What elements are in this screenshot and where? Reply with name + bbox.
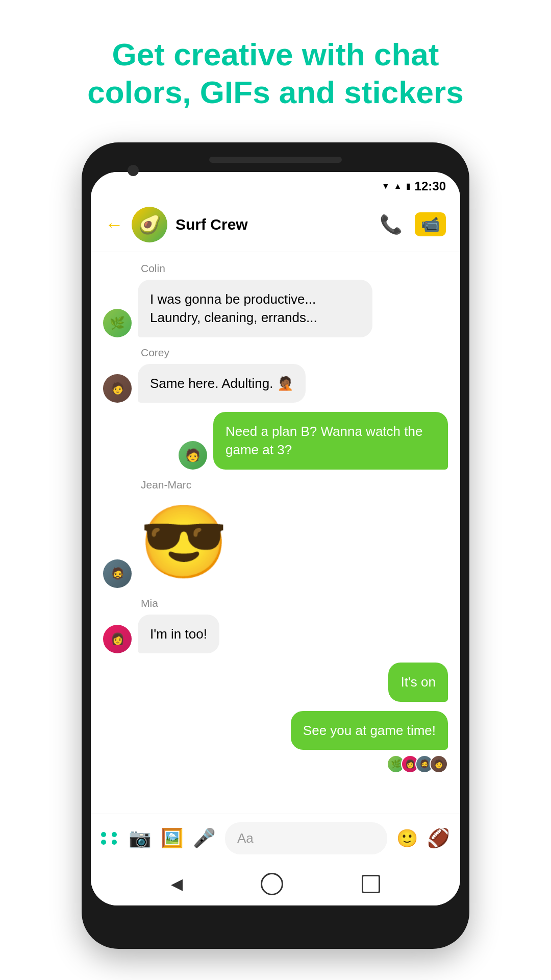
camera-button[interactable]: 📷 [129, 827, 152, 849]
sender-name-mia: Mia [141, 597, 448, 609]
sender-name-jean: Jean-Marc [141, 479, 448, 491]
avatar-jean: 🧔 [103, 559, 132, 588]
avatar-me-1: 🧑 [179, 441, 207, 470]
video-call-button[interactable]: 📹 [415, 212, 446, 236]
msg-group-jean: Jean-Marc 🧔 😎 [103, 479, 448, 588]
signal-icon: ▲ [394, 182, 402, 191]
msg-group-me-3: See you at game time! 🌿 👩 🧔 🧑 [103, 711, 448, 773]
bubble-me-1: Need a plan B? Wanna watch the game at 3… [213, 412, 448, 470]
msg-row-me-3: See you at game time! [103, 711, 448, 750]
battery-icon: ▮ [406, 181, 411, 191]
bubble-mia: I'm in too! [138, 615, 219, 653]
bubble-game-time: See you at game time! [291, 711, 448, 750]
group-avatar: 🥑 [132, 207, 167, 242]
bottom-nav: ◀ [91, 863, 460, 905]
msg-row-jean: 🧔 😎 [103, 496, 448, 588]
chat-header: ← 🥑 Surf Crew 📞 📹 [91, 198, 460, 252]
msg-row-corey: 🧑 Same here. Adulting. 🤦🏾 [103, 364, 448, 403]
avatar-colin: 🌿 [103, 309, 132, 337]
group-name: Surf Crew [176, 216, 371, 233]
seen-avatars: 🌿 👩 🧔 🧑 [103, 755, 448, 773]
sender-name-colin: Colin [141, 262, 448, 275]
bubble-colin: I was gonna be productive... Laundry, cl… [138, 280, 372, 337]
sticker-jean: 😎 [138, 496, 230, 588]
phone-screen: ▼ ▲ ▮ 12:30 ← 🥑 Surf Crew 📞 📹 Colin 🌿 [91, 172, 460, 905]
msg-row-me-2: It's on [103, 663, 448, 701]
football-button[interactable]: 🏈 [427, 827, 450, 849]
msg-group-me-2: It's on [103, 663, 448, 701]
messages-area: Colin 🌿 I was gonna be productive... Lau… [91, 252, 460, 814]
more-options-button[interactable] [101, 832, 119, 845]
back-button[interactable]: ← [105, 214, 123, 235]
sender-name-corey: Corey [141, 347, 448, 359]
phone-call-button[interactable]: 📞 [380, 214, 403, 235]
phone-camera [128, 165, 139, 176]
nav-home-button[interactable] [261, 873, 283, 895]
msg-group-mia: Mia 👩 I'm in too! [103, 597, 448, 653]
mic-button[interactable]: 🎤 [193, 827, 216, 849]
msg-row-colin: 🌿 I was gonna be productive... Laundry, … [103, 280, 448, 337]
status-bar: ▼ ▲ ▮ 12:30 [91, 172, 460, 198]
bubble-its-on: It's on [388, 663, 448, 701]
nav-back-button[interactable]: ◀ [171, 875, 183, 893]
nav-recent-button[interactable] [362, 875, 380, 893]
page-headline: Get creative with chat colors, GIFs and … [46, 0, 505, 142]
image-button[interactable]: 🖼️ [161, 827, 184, 849]
msg-row-mia: 👩 I'm in too! [103, 615, 448, 653]
input-placeholder: Aa [237, 830, 254, 846]
msg-group-colin: Colin 🌿 I was gonna be productive... Lau… [103, 262, 448, 337]
wifi-icon: ▼ [382, 182, 390, 191]
avatar-corey: 🧑 [103, 374, 132, 403]
msg-row-me-1: Need a plan B? Wanna watch the game at 3… [103, 412, 448, 470]
status-icons: ▼ ▲ ▮ 12:30 [382, 179, 446, 193]
avatar-mia: 👩 [103, 625, 132, 653]
phone-frame: ▼ ▲ ▮ 12:30 ← 🥑 Surf Crew 📞 📹 Colin 🌿 [82, 142, 469, 949]
emoji-button[interactable]: 🙂 [396, 828, 418, 848]
msg-group-me-1: Need a plan B? Wanna watch the game at 3… [103, 412, 448, 470]
bottom-toolbar: 📷 🖼️ 🎤 Aa 🙂 🏈 [91, 814, 460, 863]
message-input[interactable]: Aa [225, 822, 387, 854]
bubble-corey: Same here. Adulting. 🤦🏾 [138, 364, 306, 403]
header-actions: 📞 📹 [380, 212, 446, 236]
phone-notch [209, 157, 342, 163]
status-time: 12:30 [415, 179, 446, 193]
msg-group-corey: Corey 🧑 Same here. Adulting. 🤦🏾 [103, 347, 448, 403]
